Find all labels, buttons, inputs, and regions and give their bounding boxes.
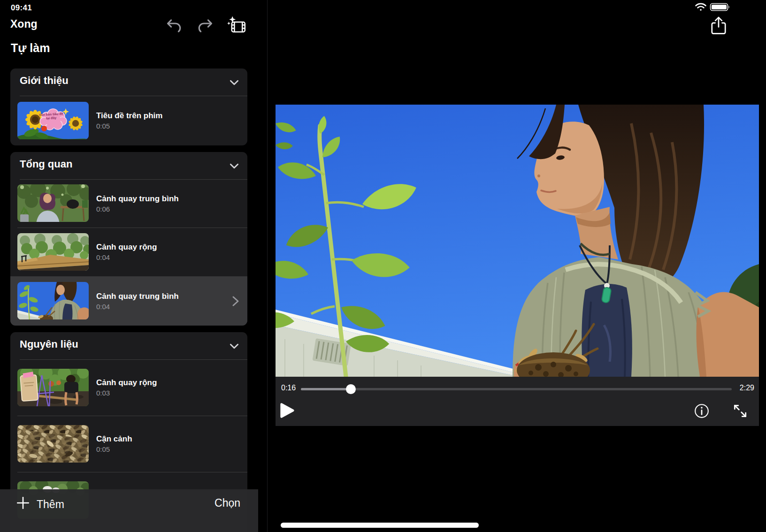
share-button[interactable] bbox=[710, 16, 728, 36]
preview-panel: 0:16 2:29 bbox=[258, 0, 766, 532]
chevron-right-icon bbox=[230, 295, 241, 307]
clip-thumbnail-medium-2 bbox=[17, 282, 89, 319]
clip-duration: 0:04 bbox=[96, 253, 157, 261]
scrubber-track[interactable] bbox=[301, 388, 732, 390]
clip-thumbnail-title: Văn bản tiêu đề tại đây bbox=[17, 102, 89, 139]
clip-title: Tiêu đề trên phim bbox=[96, 111, 162, 121]
clip-duration: 0:05 bbox=[96, 122, 162, 130]
magic-filmstrip-icon bbox=[227, 30, 247, 37]
clip-duration: 0:04 bbox=[96, 303, 179, 311]
info-icon bbox=[694, 413, 710, 420]
clip-title: Cảnh quay trung bình bbox=[96, 194, 179, 204]
add-clip-label: Thêm bbox=[37, 498, 64, 511]
redo-icon bbox=[196, 28, 214, 35]
section-title: Tổng quan bbox=[20, 158, 72, 170]
project-title: Tự làm bbox=[11, 41, 50, 55]
undo-button[interactable] bbox=[165, 18, 183, 34]
clip-title: Cảnh quay trung bình bbox=[96, 292, 179, 301]
section-title: Giới thiệu bbox=[20, 75, 69, 87]
clip-thumbnail-closeup bbox=[17, 425, 89, 463]
section-header-overview[interactable]: Tổng quan bbox=[10, 152, 247, 179]
storyboard-panel: 09:41 Xong bbox=[0, 0, 258, 532]
section-header-materials[interactable]: Nguyên liệu bbox=[10, 332, 247, 359]
play-icon bbox=[279, 413, 295, 420]
status-time: 09:41 bbox=[11, 3, 32, 13]
play-button[interactable] bbox=[279, 402, 295, 419]
done-button[interactable]: Xong bbox=[10, 18, 38, 30]
bottom-toolbar: Thêm Chọn bbox=[0, 489, 258, 532]
clip-thumbnail-wide-2 bbox=[17, 369, 89, 406]
video-preview[interactable] bbox=[276, 105, 759, 377]
add-clip-button[interactable]: Thêm bbox=[16, 496, 64, 513]
clip-thumbnail-wide-1 bbox=[17, 233, 89, 271]
section-card-intro: Giới thiệu bbox=[10, 68, 247, 145]
chevron-down-icon bbox=[229, 341, 240, 352]
clip-row-medium-2-selected[interactable]: Cảnh quay trung bình 0:04 bbox=[10, 276, 247, 326]
imovie-storyboard-screen: 09:41 Xong bbox=[0, 0, 766, 532]
clip-duration: 0:06 bbox=[96, 205, 179, 213]
clip-title: Cảnh quay rộng bbox=[96, 378, 157, 388]
clip-title: Cảnh quay rộng bbox=[96, 243, 157, 252]
wifi-icon bbox=[695, 2, 707, 12]
clip-row-wide-2[interactable]: Cảnh quay rộng 0:03 bbox=[10, 359, 247, 416]
chevron-down-icon bbox=[229, 160, 240, 172]
section-card-overview: Tổng quan bbox=[10, 152, 247, 326]
plus-icon bbox=[16, 496, 30, 513]
total-time: 2:29 bbox=[740, 384, 754, 392]
chevron-down-icon bbox=[229, 77, 240, 88]
magic-filmstrip-button[interactable] bbox=[227, 15, 247, 35]
clip-row-medium-1[interactable]: Cảnh quay trung bình 0:06 bbox=[10, 179, 247, 228]
share-icon bbox=[710, 30, 728, 37]
playback-controls: 0:16 2:29 bbox=[276, 377, 759, 426]
section-header-intro[interactable]: Giới thiệu bbox=[10, 68, 247, 96]
home-indicator[interactable] bbox=[281, 523, 479, 528]
clip-duration: 0:03 bbox=[96, 389, 157, 397]
undo-icon bbox=[165, 28, 183, 35]
clip-info-button[interactable] bbox=[694, 403, 710, 419]
select-button[interactable]: Chọn bbox=[214, 497, 240, 509]
redo-button[interactable] bbox=[196, 18, 214, 34]
clip-thumbnail-medium-1 bbox=[17, 184, 89, 222]
current-time: 0:16 bbox=[281, 384, 296, 392]
scrubber-handle[interactable] bbox=[346, 384, 356, 394]
title-placeholder-text: Văn bản tiêu đề tại đây bbox=[37, 112, 66, 120]
clip-row-title[interactable]: Văn bản tiêu đề tại đây Tiêu đề trên phi… bbox=[10, 96, 247, 145]
section-title: Nguyên liệu bbox=[20, 338, 78, 350]
battery-icon bbox=[710, 2, 731, 12]
clip-title: Cận cảnh bbox=[96, 434, 132, 444]
clip-duration: 0:05 bbox=[96, 445, 132, 453]
scrubber-progress bbox=[301, 388, 351, 390]
fullscreen-button[interactable] bbox=[732, 403, 748, 419]
clip-row-closeup[interactable]: Cận cảnh 0:05 bbox=[10, 416, 247, 472]
clip-row-wide-1[interactable]: Cảnh quay rộng 0:04 bbox=[10, 228, 247, 276]
fullscreen-icon bbox=[732, 413, 748, 420]
